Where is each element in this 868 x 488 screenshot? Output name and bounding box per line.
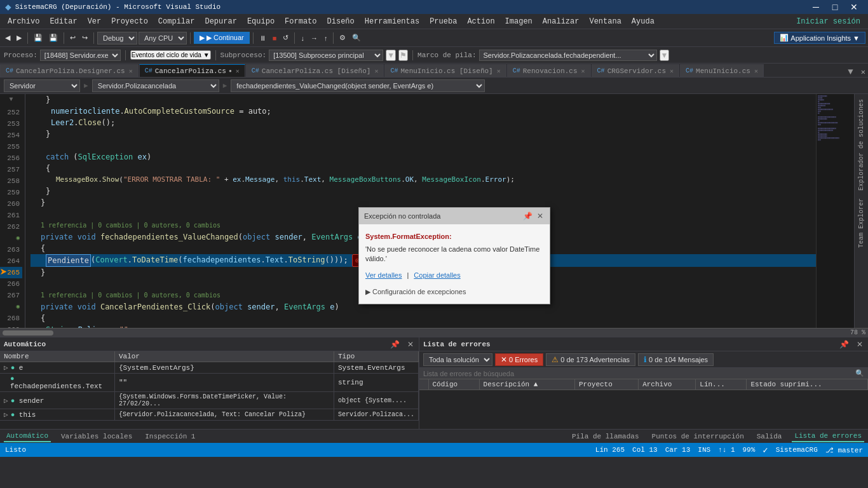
iniciar-sesion[interactable]: Iniciar sesión — [791, 14, 865, 29]
tab-close-4[interactable]: ✕ — [497, 67, 501, 75]
step-over[interactable]: → — [308, 33, 320, 43]
toolbar-back[interactable]: ◀ — [3, 32, 13, 43]
tab-renovacion[interactable]: C# Renovacion.cs ✕ — [507, 64, 591, 77]
debug-mode-dropdown[interactable]: Debug — [97, 32, 137, 44]
debug-misc-1[interactable]: ⚙ — [337, 32, 348, 43]
method-dropdown[interactable]: fechadependientes_ValueChanged(object se… — [231, 79, 485, 92]
toolbar-redo[interactable]: ↪ — [79, 32, 90, 43]
pause-button[interactable]: ⏸ — [257, 33, 269, 43]
horizontal-scrollbar[interactable]: 78 % — [0, 328, 868, 337]
menu-analizar[interactable]: Analizar — [538, 14, 585, 29]
tab-cancelarpoliza-designer[interactable]: C# CancelarPoliza.Designer.cs ✕ — [0, 64, 139, 77]
eventos-dropdown[interactable]: Eventos del ciclo de vida ▼ — [130, 50, 211, 60]
step-out[interactable]: ↑ — [322, 33, 330, 43]
errors-col-project[interactable]: Proyecto — [575, 379, 639, 390]
maximize-button[interactable]: □ — [826, 0, 844, 14]
subproceso-dropdown[interactable]: [13500] Subproceso principal — [269, 50, 383, 61]
code-editor[interactable]: } numeritocliente.AutoCompleteCustomSour… — [25, 94, 816, 328]
proceso-dropdown[interactable]: [18488] Servidor.exe — [40, 50, 121, 61]
menu-archivo[interactable]: Archivo — [3, 14, 44, 29]
menu-proyecto[interactable]: Proyecto — [106, 14, 153, 29]
auto-panel-close[interactable]: ✕ — [406, 340, 415, 349]
cpu-dropdown[interactable]: Any CPU — [139, 32, 187, 44]
team-explorer-btn[interactable]: Team Explorer — [857, 196, 866, 250]
scroll-thumb-h[interactable] — [3, 330, 53, 336]
restart-button[interactable]: ↺ — [280, 32, 291, 43]
copiar-detalles-link[interactable]: Copiar detalles — [414, 269, 460, 281]
menu-herramientas[interactable]: Herramientas — [360, 14, 424, 29]
errors-panel-close[interactable]: ✕ — [855, 340, 864, 349]
toolbar-save[interactable]: 💾 — [31, 32, 45, 43]
menu-editar[interactable]: Editar — [44, 14, 82, 29]
menu-action[interactable]: Action — [462, 14, 499, 29]
btab-variables-locales[interactable]: Variables locales — [58, 431, 135, 442]
auto-panel-pin[interactable]: 📌 — [389, 340, 401, 349]
tab-close-3[interactable]: ✕ — [374, 67, 378, 75]
expand-icon-4[interactable]: ▷ — [4, 411, 8, 419]
errors-col-line[interactable]: Lín... — [696, 379, 747, 390]
menu-ver[interactable]: Ver — [83, 14, 107, 29]
errors-col-code[interactable]: Código — [428, 379, 479, 390]
btab-automatico[interactable]: Automático — [4, 431, 51, 442]
tab-cancelarpoliza-diseno[interactable]: C# CancelarPoliza.cs [Diseño] ✕ — [246, 64, 384, 77]
errors-panel-pin[interactable]: 📌 — [838, 340, 850, 349]
btab-lista-errores[interactable]: Lista de errores — [792, 431, 864, 442]
close-button[interactable]: ✕ — [845, 0, 863, 14]
step-into[interactable]: ↓ — [298, 33, 307, 43]
tab-close-6[interactable]: ✕ — [670, 67, 674, 75]
stop-button[interactable]: ■ — [270, 33, 280, 43]
tab-menuinicio-diseno[interactable]: C# MenuInicio.cs [Diseño] ✕ — [384, 64, 506, 77]
btab-pila-llamadas[interactable]: Pila de llamadas — [569, 431, 642, 442]
tab-crgservidor[interactable]: C# CRGServidor.cs ✕ — [592, 64, 679, 77]
menu-ayuda[interactable]: Ayuda — [627, 14, 660, 29]
btab-puntos-interrupcion[interactable]: Puntos de interrupción — [649, 431, 747, 442]
ver-detalles-link[interactable]: Ver detalles — [365, 269, 402, 281]
filter-button[interactable]: ▼ — [386, 50, 396, 61]
expand-icon-3[interactable]: ▷ — [4, 397, 8, 405]
toolbar-forward[interactable]: ▶ — [14, 32, 24, 43]
errors-search-input[interactable] — [423, 370, 855, 377]
toolbar-undo[interactable]: ↩ — [67, 32, 78, 43]
errors-table-container[interactable]: Código Descripción ▲ Proyecto Archivo Lí… — [419, 379, 868, 429]
exception-close-button[interactable]: ✕ — [536, 212, 545, 220]
errors-count-button[interactable]: ✕ 0 Errores — [495, 353, 543, 366]
tab-close-5[interactable]: ✕ — [581, 67, 585, 75]
debug-misc-2[interactable]: 🔍 — [349, 32, 363, 43]
class-dropdown[interactable]: Servidor — [4, 79, 80, 92]
app-insights-button[interactable]: 📊 Application Insights ▼ — [774, 32, 865, 44]
menu-compilar[interactable]: Compilar — [153, 14, 200, 29]
menu-imagen[interactable]: Imagen — [500, 14, 538, 29]
menu-prueba[interactable]: Prueba — [424, 14, 462, 29]
tab-close-7[interactable]: ✕ — [754, 67, 758, 75]
menu-equipo[interactable]: Equipo — [242, 14, 280, 29]
filter-icon[interactable]: ⚑ — [398, 50, 408, 61]
btab-inspeccion[interactable]: Inspección 1 — [142, 431, 198, 442]
tab-close-2[interactable]: ✕ — [236, 67, 240, 75]
btab-salida[interactable]: Salida — [754, 431, 785, 442]
errors-col-desc[interactable]: Descripción ▲ — [479, 379, 574, 390]
toolbar-save-all[interactable]: 💾 — [46, 32, 60, 43]
menu-ventana[interactable]: Ventana — [584, 14, 626, 29]
expand-icon-1[interactable]: ▷ — [4, 364, 8, 372]
menu-formato[interactable]: Formato — [280, 14, 322, 29]
menu-diseno[interactable]: Diseño — [322, 14, 360, 29]
exception-config-link[interactable]: Configuración de excepciones — [365, 286, 543, 297]
errors-scope-dropdown[interactable]: Toda la solución — [423, 353, 492, 366]
tab-close-1[interactable]: ✕ — [129, 67, 133, 75]
auto-table-container[interactable]: Nombre Valor Tipo ▷● e {System.EventArgs… — [0, 351, 419, 429]
exception-pin-button[interactable]: 📌 — [522, 212, 534, 220]
tab-cancelarpoliza[interactable]: C# CancelarPoliza.cs ● ✕ — [139, 64, 245, 77]
errors-col-status[interactable]: Estado suprimi... — [747, 379, 868, 390]
marco-dropdown[interactable]: Servidor.Polizacancelada.fechadependient… — [479, 50, 657, 61]
explorador-soluciones-btn[interactable]: Explorador de soluciones — [857, 97, 866, 193]
warnings-count-button[interactable]: ⚠ 0 de 173 Advertencias — [546, 353, 635, 366]
type-dropdown[interactable]: Servidor.Polizacancelada — [92, 79, 219, 92]
marco-chevron[interactable]: ▼ — [660, 50, 670, 61]
tab-scroll-button[interactable]: ▼ — [845, 67, 855, 77]
tab-menuinicio[interactable]: C# MenuInicio.cs ✕ — [680, 64, 764, 77]
continue-button[interactable]: ▶ ▶ Continuar — [194, 32, 250, 44]
menu-depurar[interactable]: Depurar — [200, 14, 241, 29]
close-tab-button[interactable]: ✕ — [858, 67, 868, 77]
errors-col-file[interactable]: Archivo — [639, 379, 696, 390]
minimize-button[interactable]: ─ — [807, 0, 825, 14]
